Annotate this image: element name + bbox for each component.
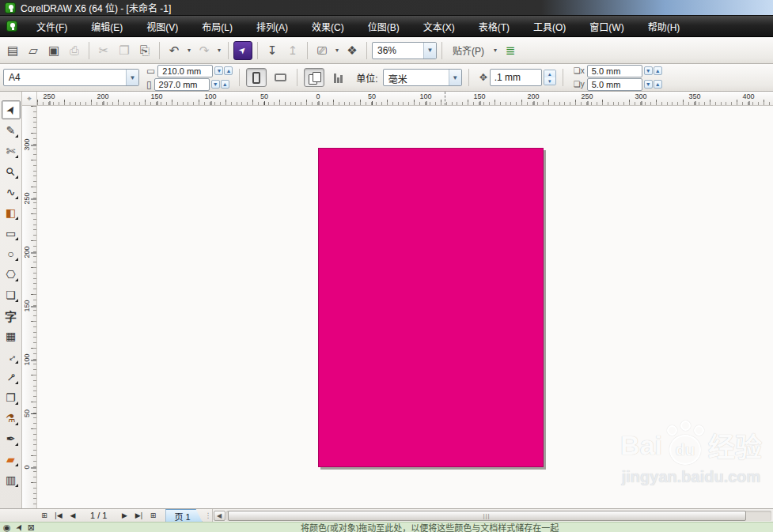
zoom-tool[interactable]: ⚲ (2, 162, 21, 181)
landscape-button[interactable] (270, 68, 290, 87)
fill-tool[interactable]: ▰ (2, 450, 21, 469)
page-height-spin-down[interactable]: ▼ (211, 80, 220, 89)
menu-table[interactable]: 表格(T) (468, 17, 521, 36)
add-page-after-button[interactable]: ⊞ (146, 510, 159, 522)
launcher-dropdown-arrow[interactable]: ▾ (333, 47, 341, 54)
page-height-spin-up[interactable]: ▲ (221, 80, 229, 89)
no-color-swatch-icon[interactable]: ⊠ (28, 523, 35, 532)
undo-button[interactable]: ↶ (165, 41, 184, 60)
next-page-button[interactable]: ▶ (118, 510, 131, 522)
options-button[interactable]: ≣ (501, 41, 520, 60)
open-folder-icon: ▱ (28, 43, 38, 58)
page-width-value[interactable]: 210.0 mm (157, 65, 213, 77)
crop-tool[interactable]: ✄ (2, 141, 21, 160)
page-width-spin-down[interactable]: ▼ (214, 66, 223, 75)
freehand-tool[interactable]: ∿ (2, 183, 21, 202)
menu-file[interactable]: 文件(F) (25, 17, 78, 36)
nudge-distance-field[interactable]: ✥ .1 mm ▲ ▼ (476, 69, 556, 86)
duplicate-x-spin-down[interactable]: ▼ (644, 66, 653, 75)
duplicate-y-value[interactable]: 5.0 mm (587, 78, 642, 91)
pick-tool[interactable]: ➤ (2, 100, 21, 119)
page-height-value[interactable]: 297.0 mm (154, 78, 210, 91)
page-1-tab[interactable]: 页 1 (165, 509, 202, 522)
zoom-level-combo[interactable]: 36% ▼ (372, 42, 437, 59)
menu-view[interactable]: 视图(V) (135, 17, 189, 36)
horizontal-scrollbar[interactable]: ◀ ||| (212, 509, 773, 522)
connector-tool[interactable]: ⊸ (2, 368, 21, 387)
dimension-tool[interactable]: ↔ (2, 347, 21, 366)
import-button[interactable]: ↧ (263, 41, 282, 60)
portrait-button[interactable] (246, 68, 267, 87)
menu-effects[interactable]: 效果(C) (301, 17, 355, 36)
scrollbar-track[interactable]: ||| (226, 511, 771, 521)
page-height-field[interactable]: ▯ 297.0 mm ▼ ▲ (142, 78, 233, 91)
current-page-button[interactable] (328, 68, 348, 87)
palette-flyout-icon[interactable]: ◉ (3, 523, 11, 532)
snap-to-button[interactable]: 贴齐(P) (447, 41, 490, 60)
export-button[interactable]: ↥ (283, 41, 302, 60)
menu-window[interactable]: 窗口(W) (578, 17, 635, 36)
ellipse-tool[interactable]: ○ (2, 244, 21, 263)
redo-dropdown-arrow[interactable]: ▾ (215, 47, 223, 54)
last-page-button[interactable]: ▶| (132, 510, 145, 522)
table-tool[interactable]: ▦ (2, 326, 21, 345)
duplicate-x-value[interactable]: 5.0 mm (587, 65, 642, 77)
first-page-button[interactable]: |◀ (52, 510, 65, 522)
add-page-before-button[interactable]: ⊞ (38, 510, 51, 522)
paper-size-combo[interactable]: A4 ▼ (3, 69, 139, 86)
rectangle-tool[interactable]: ▭ (2, 224, 21, 243)
undo-dropdown-arrow[interactable]: ▾ (185, 47, 193, 54)
interactive-fill-tool[interactable]: ▥ (2, 470, 21, 489)
snap-to-dropdown-arrow[interactable]: ▾ (491, 47, 499, 54)
duplicate-y-spin-down[interactable]: ▼ (644, 80, 653, 89)
shape-tool[interactable]: ✎ (2, 121, 21, 140)
nudge-value[interactable]: .1 mm (490, 69, 542, 86)
duplicate-distance-x-field[interactable]: ❏x 5.0 mm ▼ ▲ (570, 65, 662, 77)
scroll-left-button[interactable]: ◀ (214, 511, 225, 521)
units-dropdown-icon[interactable]: ▼ (449, 70, 461, 85)
nudge-spin-down[interactable]: ▼ (544, 77, 555, 85)
copy-button[interactable]: ❐ (115, 41, 134, 60)
cut-button[interactable]: ✂ (94, 41, 113, 60)
basic-shapes-tool[interactable]: ❏ (2, 285, 21, 304)
open-button[interactable]: ▱ (24, 41, 43, 60)
redo-button[interactable]: ↷ (195, 41, 214, 60)
outline-pen-tool[interactable]: ✒ (2, 429, 21, 448)
text-tool[interactable]: 字 (2, 306, 21, 325)
polygon-tool[interactable]: ⎔ (2, 265, 21, 284)
menu-tools[interactable]: 工具(O) (522, 17, 577, 36)
nudge-spin-up[interactable]: ▲ (544, 70, 555, 77)
paste-button[interactable]: ⎘ (135, 41, 154, 60)
page-width-spin-up[interactable]: ▲ (224, 66, 233, 75)
menu-help[interactable]: 帮助(H) (637, 17, 692, 36)
smart-fill-tool[interactable]: ◧ (2, 203, 21, 222)
horizontal-ruler[interactable]: 250 200 150 100 50 0 50 100 150 200 250 … (37, 92, 773, 106)
menu-text[interactable]: 文本(X) (412, 17, 466, 36)
page-width-field[interactable]: ▭ 210.0 mm ▼ ▲ (142, 65, 233, 77)
ruler-origin[interactable]: ⌖ (22, 92, 37, 106)
welcome-screen-button[interactable]: ❖ (343, 41, 362, 60)
menu-layout[interactable]: 布局(L) (191, 17, 244, 36)
new-document-button[interactable]: ▤ (3, 41, 22, 60)
scrollbar-thumb[interactable]: ||| (228, 511, 746, 521)
color-eyedropper-tool[interactable]: ⚗ (2, 409, 21, 428)
application-launcher-button[interactable]: ⎚ (313, 41, 332, 60)
previous-page-button[interactable]: ◀ (66, 510, 79, 522)
all-pages-button[interactable] (304, 68, 324, 87)
paper-size-dropdown-icon[interactable]: ▼ (126, 70, 138, 85)
duplicate-y-spin-up[interactable]: ▲ (654, 80, 662, 89)
duplicate-x-spin-up[interactable]: ▲ (654, 66, 662, 75)
menu-arrange[interactable]: 排列(A) (245, 17, 299, 36)
menu-bitmaps[interactable]: 位图(B) (357, 17, 411, 36)
blend-tool[interactable]: ❐ (2, 388, 21, 407)
menu-edit[interactable]: 编辑(E) (80, 17, 134, 36)
drawing-canvas[interactable]: Bai du 经验 jingyan.baidu.com (37, 106, 773, 508)
print-button[interactable]: ⎙ (65, 41, 84, 60)
document-page[interactable] (318, 148, 544, 467)
zoom-combo-dropdown-icon[interactable]: ▼ (423, 43, 436, 58)
vertical-ruler[interactable]: 300 250 200 150 100 50 0 (22, 106, 37, 508)
search-content-button[interactable]: ➤ (233, 41, 252, 60)
duplicate-distance-y-field[interactable]: ❏y 5.0 mm ▼ ▲ (570, 78, 662, 91)
units-combo[interactable]: 毫米 ▼ (383, 69, 462, 86)
save-button[interactable]: ▣ (44, 41, 63, 60)
